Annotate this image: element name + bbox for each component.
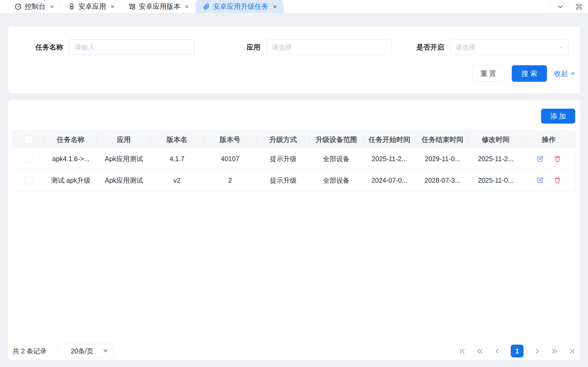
cell-start-time: 2025-11-2... [363,155,416,163]
paperclip-icon [203,3,210,10]
tab-android-app-version[interactable]: 安卓应用版本 × [122,0,196,13]
row-checkbox[interactable] [25,155,33,163]
dashboard-icon [14,3,22,10]
row-checkbox[interactable] [25,176,33,184]
double-chevron-left-icon [476,348,484,355]
cell-end-time: 2029-11-0... [416,155,469,163]
task-name-label: 任务名称 [35,43,63,52]
first-page-icon [459,348,466,355]
app-select[interactable]: 请选择 [266,39,392,55]
previous-page-button[interactable] [493,347,501,355]
tab-label: 安卓应用升级任务 [213,2,268,11]
column-modified-time: 修改时间 [469,131,522,148]
reset-button[interactable]: 重 置 [472,65,505,82]
tab-android-upgrade-task[interactable]: 安卓应用升级任务 × [196,0,284,13]
table-row: 测试 apk升级 Apk应用测试 v2 2 提示升级 全部设备 2024-07-… [13,170,575,191]
row-checkbox-cell [13,155,44,163]
table-row: apk4.1.6->... Apk应用测试 4.1.7 40107 提示升级 全… [13,148,575,170]
chevron-right-icon [534,348,541,355]
task-name-input-wrapper [69,39,194,55]
tab-android-app[interactable]: 安卓应用 × [61,0,121,13]
cell-task-name: 测试 apk升级 [44,176,97,185]
next-page-button[interactable] [533,347,541,355]
cell-upgrade-mode: 提示升级 [257,176,310,185]
close-icon[interactable]: × [111,3,114,10]
delete-icon[interactable] [554,155,561,162]
column-version-name: 版本名 [151,131,204,148]
cell-actions [522,155,575,163]
cell-device-scope: 全部设备 [310,176,363,185]
tab-label: 控制台 [25,2,46,11]
close-icon[interactable]: × [185,3,189,10]
field-enabled: 是否开启 请选择 [416,39,569,55]
cell-task-name: apk4.1.6->... [44,155,97,163]
pagination: 1 [459,345,575,357]
jump-forward-button[interactable] [551,347,558,355]
task-table: 任务名称 应用 版本名 版本号 升级方式 升级设备范围 任务开始时间 任务结束时… [13,131,575,191]
add-button[interactable]: 添 加 [541,109,575,124]
android-icon [68,3,75,10]
delete-icon[interactable] [554,177,561,184]
enabled-select[interactable]: 请选择 [450,39,569,55]
cell-start-time: 2024-07-0... [363,177,416,184]
cell-version-name: v2 [150,177,203,184]
chevron-down-icon [557,3,564,10]
search-button[interactable]: 搜 索 [512,65,547,82]
dropdown-triangle-icon [103,350,108,353]
app-select-placeholder: 请选择 [272,43,292,52]
row-checkbox-cell [13,176,44,184]
tab-console[interactable]: 控制台 × [7,0,61,13]
cell-actions [522,177,575,184]
cell-device-scope: 全部设备 [310,154,363,163]
field-task-name: 任务名称 [35,39,194,55]
filter-actions: 重 置 搜 索 收起 [472,65,576,82]
page-size-label: 20条/页 [71,347,93,356]
field-app: 应用 请选择 [247,39,392,55]
column-app: 应用 [97,131,150,148]
select-all-checkbox[interactable] [25,136,33,144]
table-header-row: 任务名称 应用 版本名 版本号 升级方式 升级设备范围 任务开始时间 任务结束时… [13,131,575,148]
fullscreen-icon [575,3,583,10]
cell-version-code: 40107 [204,155,257,163]
double-chevron-right-icon [551,348,558,355]
collapse-label: 收起 [554,69,568,78]
last-page-button[interactable] [568,347,575,355]
search-filter-panel: 任务名称 应用 请选择 是否开启 请选择 重 置 搜 索 收起 [8,27,580,93]
tab-label: 安卓应用版本 [139,2,180,11]
enabled-label: 是否开启 [416,43,444,52]
page-size-select[interactable]: 20条/页 [58,344,113,358]
column-upgrade-mode: 升级方式 [257,131,310,148]
table-footer: 共 2 条记录 20条/页 1 [13,344,575,358]
task-name-input[interactable] [75,43,189,51]
app-label: 应用 [247,43,260,52]
cell-modified-time: 2025-11-0... [469,177,522,184]
cell-upgrade-mode: 提示升级 [257,154,310,163]
cell-modified-time: 2025-11-2... [469,155,522,163]
tab-bar-controls [551,0,588,13]
chevron-left-icon [494,348,501,355]
tab-label: 安卓应用 [78,2,106,11]
task-table-panel: 添 加 任务名称 应用 版本名 版本号 升级方式 升级设备范围 任务开始时间 任… [8,100,580,360]
edit-icon[interactable] [536,177,544,184]
close-icon[interactable]: × [50,3,54,10]
column-start-time: 任务开始时间 [363,131,416,148]
first-page-button[interactable] [459,347,466,355]
column-actions: 操作 [522,131,575,148]
cell-version-code: 2 [204,177,257,184]
tab-list: 控制台 × 安卓应用 × [0,0,284,13]
enabled-select-placeholder: 请选择 [456,43,476,52]
close-icon[interactable]: × [273,3,277,10]
collapse-link[interactable]: 收起 [554,69,576,78]
column-task-name: 任务名称 [44,131,97,148]
column-device-scope: 升级设备范围 [310,131,363,148]
edit-icon[interactable] [536,155,544,163]
current-page-button[interactable]: 1 [511,345,523,357]
tab-bar: 控制台 × 安卓应用 × [0,0,588,13]
tab-list-dropdown-button[interactable] [551,0,569,13]
jump-back-button[interactable] [476,347,484,355]
chevron-down-icon [558,44,564,50]
column-version-code: 版本号 [204,131,257,148]
last-page-icon [568,348,575,355]
cell-app: Apk应用测试 [97,154,150,163]
fullscreen-button[interactable] [570,0,588,13]
